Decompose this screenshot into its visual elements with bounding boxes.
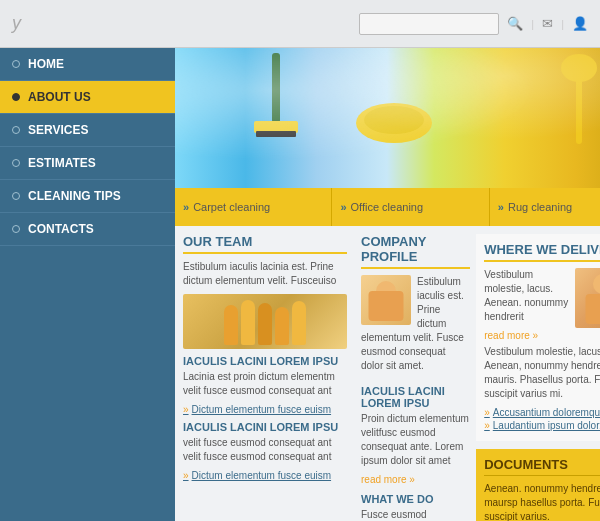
caption-carpet[interactable]: » Carpet cleaning xyxy=(175,188,332,226)
hero-image xyxy=(175,48,600,188)
mail-icon[interactable]: ✉ xyxy=(542,16,553,31)
figure3 xyxy=(258,303,272,345)
our-team-body: Estibulum iaculis lacinia est. Prine dic… xyxy=(183,260,347,288)
right-column: WHERE WE DELIVER Vestibulum molestie, la… xyxy=(476,234,600,521)
company-profile-section: COMPANY PROFILE Estibulum iaculis est. P… xyxy=(355,234,476,521)
nav-cleaning-tips[interactable]: CLEANING TIPS xyxy=(0,180,175,213)
company-profile-title: COMPANY PROFILE xyxy=(361,234,470,269)
team-sub1: IACULIS LACINI LOREM IPSU xyxy=(183,355,347,367)
water-effect xyxy=(175,48,600,188)
documents-section: DOCUMENTS Aenean. nonummy hendrerit maur… xyxy=(476,449,600,521)
nav-home[interactable]: HOME xyxy=(0,48,175,81)
docs-title: DOCUMENTS xyxy=(484,457,600,476)
content-area: OUR TEAM Estibulum iaculis lacinia est. … xyxy=(175,226,600,521)
deliver-read-more[interactable]: read more » xyxy=(484,330,600,341)
caption-office[interactable]: » Office cleaning xyxy=(332,188,489,226)
figure1 xyxy=(224,305,238,345)
caption-arrow: » xyxy=(498,201,504,213)
figure5 xyxy=(292,301,306,345)
what-we-do-body: Fusce eusmod consequat ante. Lorem ipsum… xyxy=(361,508,470,521)
company-read-more[interactable]: read more » xyxy=(361,474,470,485)
deliver-photo xyxy=(575,268,600,328)
sidebar: HOME ABOUT US SERVICES ESTIMATES CLEANIN… xyxy=(0,48,175,521)
deliver-body2: Vestibulum molestie, lacus. Aenean, nonu… xyxy=(484,345,600,401)
nav-dot xyxy=(12,225,20,233)
search-input[interactable] xyxy=(359,13,499,35)
main-wrapper: HOME ABOUT US SERVICES ESTIMATES CLEANIN… xyxy=(0,48,600,521)
caption-arrow: » xyxy=(340,201,346,213)
our-team-section: OUR TEAM Estibulum iaculis lacinia est. … xyxy=(183,234,355,521)
profile-photo xyxy=(361,275,411,325)
nav-dot xyxy=(12,93,20,101)
nav-dot xyxy=(12,159,20,167)
docs-body: Aenean. nonummy hendrerit maursp hasellu… xyxy=(484,482,600,521)
what-we-do-title: WHAT WE DO xyxy=(361,493,470,505)
right-panel: » Carpet cleaning » Office cleaning » Ru… xyxy=(175,48,600,521)
company-sub1: IACULIS LACINI LOREM IPSU xyxy=(361,385,470,409)
team-sub2: IACULIS LACINI LOREM IPSU xyxy=(183,421,347,433)
team-link1[interactable]: Dictum elementum fusce euism xyxy=(183,404,347,415)
caption-carpet-text: Carpet cleaning xyxy=(193,201,270,213)
nav-contacts[interactable]: CONTACTS xyxy=(0,213,175,246)
nav-services-label: SERVICES xyxy=(28,123,88,137)
team-text2: velit fusce eusmod consequat ant velit f… xyxy=(183,436,347,464)
hero-banner: » Carpet cleaning » Office cleaning » Ru… xyxy=(175,48,600,226)
figure4 xyxy=(275,307,289,345)
divider: | xyxy=(531,18,534,30)
deliver-link-0[interactable]: Accusantium doloremque. xyxy=(484,407,600,418)
deliver-link-1[interactable]: Laudantium ipsum dolor. xyxy=(484,420,600,431)
deliver-top: Vestibulum molestie, lacus. Aenean. nonu… xyxy=(484,268,600,341)
team-text1: Lacinia est proin dictum elementm velit … xyxy=(183,370,347,398)
caption-office-text: Office cleaning xyxy=(351,201,424,213)
nav-contacts-label: CONTACTS xyxy=(28,222,94,236)
deliver-body xyxy=(585,294,600,324)
nav-home-label: HOME xyxy=(28,57,64,71)
our-team-title: OUR TEAM xyxy=(183,234,347,254)
header-logo: y xyxy=(12,13,21,34)
company-text1: Proin dictum elementum velitfusc eusmod … xyxy=(361,412,470,468)
figure2 xyxy=(241,300,255,345)
caption-rug-text: Rug cleaning xyxy=(508,201,572,213)
nav-dot xyxy=(12,192,20,200)
person-body xyxy=(369,291,404,321)
deliver-section: WHERE WE DELIVER Vestibulum molestie, la… xyxy=(476,234,600,441)
nav-about[interactable]: ABOUT US xyxy=(0,81,175,114)
nav-estimates-label: ESTIMATES xyxy=(28,156,96,170)
nav-estimates[interactable]: ESTIMATES xyxy=(0,147,175,180)
sidebar-extra xyxy=(0,250,175,266)
divider: | xyxy=(561,18,564,30)
nav-services[interactable]: SERVICES xyxy=(0,114,175,147)
nav-about-label: ABOUT US xyxy=(28,90,91,104)
team-link2[interactable]: Dictum elementum fusce euism xyxy=(183,470,347,481)
profile-top: Estibulum iaculis est. Prine dictum elem… xyxy=(361,275,470,379)
nav-cleaning-tips-label: CLEANING TIPS xyxy=(28,189,121,203)
nav-dot xyxy=(12,126,20,134)
hero-captions: » Carpet cleaning » Office cleaning » Ru… xyxy=(175,188,600,226)
user-icon[interactable]: 👤 xyxy=(572,16,588,31)
deliver-title: WHERE WE DELIVER xyxy=(484,242,600,262)
caption-rug[interactable]: » Rug cleaning xyxy=(490,188,600,226)
team-figures xyxy=(220,294,310,349)
deliver-head xyxy=(593,274,600,294)
header: y 🔍 | ✉ | 👤 xyxy=(0,0,600,48)
nav-dot xyxy=(12,60,20,68)
search-icon[interactable]: 🔍 xyxy=(507,16,523,31)
team-photo xyxy=(183,294,347,349)
caption-arrow: » xyxy=(183,201,189,213)
